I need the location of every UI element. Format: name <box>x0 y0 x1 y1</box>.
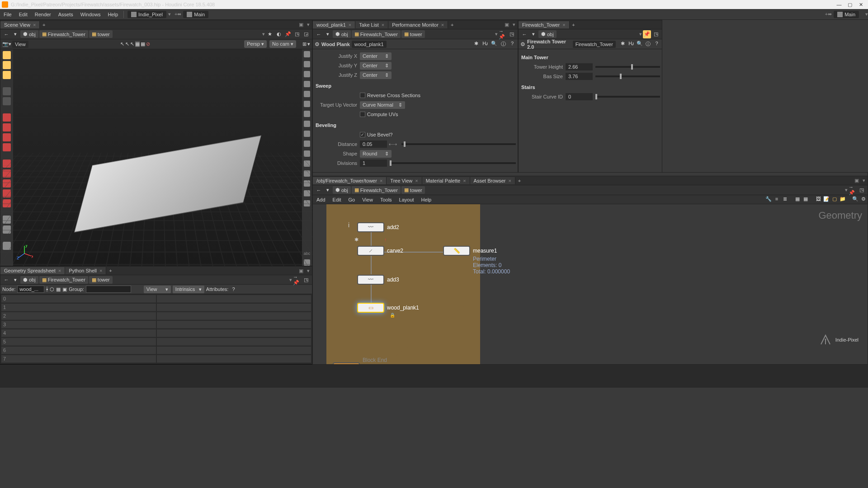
pane-menu-icon[interactable]: ▾ <box>510 22 518 28</box>
nav-ghost-icon[interactable]: ◐ <box>275 30 283 38</box>
tab-add[interactable]: + <box>106 268 114 273</box>
node-foreach-end1[interactable]: ⟳ foreach_end1 <box>333 362 396 364</box>
main-shelf-label[interactable]: Main <box>183 11 208 18</box>
tab-material-palette[interactable]: Material Palette× <box>422 177 470 184</box>
path-tower[interactable]: ▦tower <box>89 276 113 284</box>
stair-curve-input[interactable]: 0 <box>566 93 593 100</box>
view-label[interactable]: View <box>12 41 28 48</box>
justify-x-dropdown[interactable]: Center⇕ <box>360 52 392 60</box>
arrow-tool-icon[interactable] <box>3 87 11 95</box>
red2-icon[interactable] <box>3 123 11 131</box>
ss-help-icon[interactable]: ? <box>232 286 235 292</box>
tab-perf-mon[interactable]: Performance Monitor× <box>388 21 448 28</box>
minimize-button[interactable]: — <box>834 1 844 8</box>
disp-ghost-icon[interactable] <box>304 61 310 67</box>
disp-ref-icon[interactable] <box>304 51 310 57</box>
table-row[interactable]: 7 <box>1 355 156 363</box>
tab-scene-view[interactable]: Scene View× <box>0 21 40 28</box>
tab-tree-view[interactable]: Tree View× <box>387 177 422 184</box>
nav-link-icon[interactable]: ◳ <box>652 30 660 38</box>
nav-pin-icon[interactable]: 📌 <box>284 30 292 38</box>
net-menu-add[interactable]: Add <box>313 196 329 203</box>
ss-points-icon[interactable]: • <box>46 286 48 292</box>
net-list2-icon[interactable]: ≣ <box>781 196 789 203</box>
sel-edge-icon[interactable]: ↖ <box>130 41 134 47</box>
nav-link-icon[interactable]: ◳ <box>858 186 866 194</box>
node-name-field[interactable]: wood_plank1 <box>352 41 387 48</box>
disp-2-icon[interactable] <box>304 91 310 97</box>
nav-fwd-icon[interactable]: ▾ <box>324 30 332 38</box>
net-box-icon[interactable]: ▢ <box>830 196 839 203</box>
table-row[interactable]: 2 <box>1 312 156 320</box>
search-icon[interactable]: 🔍 <box>637 41 643 48</box>
disp-6-icon[interactable] <box>304 131 310 137</box>
net-menu-help[interactable]: Help <box>418 196 435 203</box>
info-icon[interactable]: ⓘ <box>645 41 651 48</box>
nav-fwd-icon[interactable]: ▾ <box>11 276 19 284</box>
desktop-selector[interactable]: Indie_Pixel <box>127 11 166 18</box>
nav-pin-icon[interactable]: 📌 <box>643 30 651 38</box>
help-icon[interactable]: ? <box>509 41 516 48</box>
help-icon[interactable]: ? <box>653 41 660 48</box>
intrinsics-dropdown[interactable]: Intrinsics▾ <box>173 286 204 293</box>
tab-firewatch-tower[interactable]: Firewatch_Tower× <box>519 21 570 28</box>
path-firewatch[interactable]: ▦Firewatch_Tower <box>352 186 401 194</box>
viewport[interactable]: 📷▾ View ↖ ↖ ↖ ▦ ▦ ⊘ Persp ▾ No cam ▾ ⊞ ▾ <box>0 39 312 266</box>
path-obj[interactable]: ⬢obj <box>333 30 351 38</box>
hierarchy-icon[interactable]: Ԋ <box>481 41 489 48</box>
disp-5-icon[interactable] <box>304 121 310 127</box>
pane-fullscreen-icon[interactable]: ▣ <box>297 22 305 28</box>
sel-vertex-icon[interactable]: ▦ <box>141 41 145 47</box>
sel-prim-icon[interactable]: ▦ <box>135 41 140 47</box>
camera-icon[interactable]: 📷▾ <box>2 41 11 47</box>
spreadsheet-table[interactable]: 0 1 2 3 4 5 6 7 <box>0 294 312 364</box>
node-add3[interactable]: 〰 add3 <box>357 275 399 285</box>
tab-asset-browser[interactable]: Asset Browser× <box>470 177 515 184</box>
net-menu-tools[interactable]: Tools <box>377 196 396 203</box>
node-input[interactable] <box>17 286 44 293</box>
tower-height-input[interactable]: 2.66 <box>566 63 593 70</box>
nav-link-icon[interactable]: ◳ <box>508 30 516 38</box>
path-obj[interactable]: ⬢obj <box>333 186 351 194</box>
ss-detail-icon[interactable]: ▣ <box>62 286 67 292</box>
distance-input[interactable]: 0.05 <box>360 141 387 148</box>
red4-icon[interactable] <box>3 143 11 151</box>
shape-dropdown[interactable]: Round⇕ <box>360 150 392 158</box>
node-measure1[interactable]: 📏 measure1 <box>443 246 497 256</box>
sel-point-icon[interactable]: ↖ <box>125 41 129 47</box>
tower-height-slider[interactable] <box>595 66 660 68</box>
pane-menu-icon[interactable]: ▾ <box>305 22 312 28</box>
nav-back-icon[interactable]: ← <box>315 30 323 38</box>
nav-star-icon[interactable]: ★ <box>266 30 274 38</box>
menu-assets[interactable]: Assets <box>55 10 77 19</box>
path-firewatch[interactable]: ▦Firewatch_Tower <box>39 276 88 284</box>
red1-icon[interactable] <box>3 113 11 122</box>
pane-menu-icon[interactable]: ▾ <box>305 268 312 274</box>
path-tower[interactable]: ▦tower <box>89 30 113 38</box>
gear-icon[interactable]: ⚙ <box>520 41 525 47</box>
justify-y-dropdown[interactable]: Center⇕ <box>360 62 392 70</box>
disp-7-icon[interactable] <box>304 141 310 147</box>
net-wrench-icon[interactable]: 🔧 <box>764 196 773 203</box>
net-opts-icon[interactable]: ⚙ <box>859 196 868 203</box>
info-flag-icon[interactable]: i <box>348 221 349 229</box>
nav-link-icon[interactable]: ◳ <box>302 276 310 284</box>
stair-curve-slider[interactable] <box>595 96 660 98</box>
nav-pin-icon[interactable]: →📌 <box>499 30 507 38</box>
table-row[interactable]: 3 <box>1 321 156 328</box>
bone-tool-icon[interactable] <box>3 71 11 79</box>
path-tower[interactable]: ▦tower <box>401 30 425 38</box>
net-note-icon[interactable]: 📝 <box>822 196 830 203</box>
search-icon[interactable]: 🔍 <box>491 41 498 48</box>
net-search-icon[interactable]: 🔍 <box>851 196 859 203</box>
cam-dropdown[interactable]: No cam ▾ <box>269 40 296 48</box>
node-add2[interactable]: 〰 add2 <box>357 222 399 232</box>
menu-render[interactable]: Render <box>31 10 55 19</box>
table-row[interactable]: 1 <box>1 304 156 311</box>
pane-fullscreen-icon[interactable]: ▣ <box>503 22 510 28</box>
disp-1-icon[interactable] <box>304 81 310 87</box>
vp-opts-icon[interactable]: ▾ <box>307 41 310 47</box>
node-carve2[interactable]: ⟋ carve2 <box>357 246 403 256</box>
path-firewatch[interactable]: ▦Firewatch_Tower <box>39 30 88 38</box>
node-wood-plank1[interactable]: ▭ wood_plank1 <box>357 303 419 313</box>
